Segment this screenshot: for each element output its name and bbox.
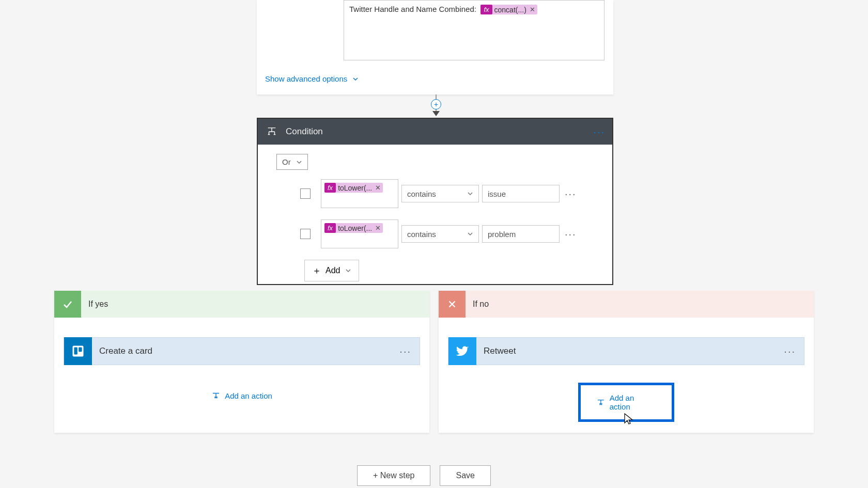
field-label: Twitter Handle and Name Combined:	[349, 5, 476, 13]
compose-card: Twitter Handle and Name Combined: fx con…	[257, 0, 613, 95]
row-checkbox[interactable]	[300, 229, 311, 239]
action-title: Retweet	[484, 346, 784, 356]
condition-title: Condition	[286, 127, 593, 137]
condition-icon	[265, 125, 278, 138]
expression-input[interactable]: fx toLower(... ✕	[321, 179, 398, 208]
expression-input[interactable]: fx toLower(... ✕	[321, 219, 398, 248]
remove-chip-icon[interactable]: ✕	[530, 6, 535, 13]
logic-operator-select[interactable]: Or	[276, 154, 308, 170]
condition-row: fx toLower(... ✕ contains ···	[276, 179, 594, 208]
operator-select[interactable]: contains	[401, 185, 479, 202]
chevron-down-icon	[345, 267, 351, 274]
add-action-icon	[596, 398, 606, 407]
chevron-down-icon	[467, 191, 473, 197]
add-action-link-no[interactable]: Add an action	[578, 383, 674, 422]
operator-select[interactable]: contains	[401, 225, 479, 243]
value-input[interactable]	[482, 185, 560, 202]
close-icon	[439, 291, 466, 318]
trello-icon	[64, 337, 92, 365]
if-no-title: If no	[473, 300, 489, 309]
fx-icon: fx	[324, 223, 336, 233]
svg-rect-2	[79, 347, 82, 352]
action-card-trello[interactable]: Create a card ···	[64, 337, 420, 365]
condition-row: fx toLower(... ✕ contains ···	[276, 219, 594, 248]
add-action-icon	[211, 391, 221, 400]
if-yes-header: If yes	[54, 291, 429, 318]
chevron-down-icon	[467, 231, 473, 237]
text-field[interactable]: Twitter Handle and Name Combined: fx con…	[344, 0, 605, 60]
row-more-icon[interactable]: ···	[565, 188, 577, 200]
fx-icon: fx	[324, 183, 336, 193]
expression-chip-tolower[interactable]: fx toLower(... ✕	[324, 223, 383, 233]
action-card-twitter[interactable]: Retweet ···	[448, 337, 804, 365]
condition-header[interactable]: Condition ···	[258, 119, 612, 145]
new-step-button[interactable]: + New step	[357, 465, 430, 486]
if-yes-branch: If yes Create a card ··· Add an action	[54, 291, 429, 433]
plus-icon: ＋	[312, 264, 321, 277]
action-more-icon[interactable]: ···	[399, 345, 411, 357]
remove-chip-icon[interactable]: ✕	[375, 224, 381, 232]
more-menu-icon[interactable]: ···	[593, 126, 605, 138]
row-more-icon[interactable]: ···	[565, 228, 577, 240]
value-input[interactable]	[482, 225, 560, 243]
arrow-down-icon	[432, 111, 440, 116]
insert-step-icon[interactable]: +	[431, 99, 441, 109]
remove-chip-icon[interactable]: ✕	[375, 184, 381, 192]
chevron-down-icon	[352, 76, 359, 82]
twitter-icon	[448, 337, 476, 365]
add-condition-button[interactable]: ＋ Add	[304, 260, 359, 281]
expression-chip-tolower[interactable]: fx toLower(... ✕	[324, 183, 383, 193]
if-yes-title: If yes	[88, 300, 108, 309]
expression-chip-concat[interactable]: fx concat(...) ✕	[481, 5, 537, 14]
footer-buttons: + New step Save	[357, 465, 491, 486]
condition-card: Condition ··· Or fx toLower(... ✕	[257, 118, 613, 285]
action-title: Create a card	[99, 346, 399, 356]
check-icon	[54, 291, 81, 318]
row-checkbox[interactable]	[300, 188, 311, 199]
show-advanced-link[interactable]: Show advanced options	[265, 74, 359, 83]
chevron-down-icon	[296, 159, 302, 165]
svg-rect-1	[74, 347, 77, 354]
save-button[interactable]: Save	[440, 465, 490, 486]
if-no-header: If no	[439, 291, 814, 318]
action-more-icon[interactable]: ···	[784, 345, 796, 357]
if-no-branch: If no Retweet ··· Add an action	[439, 291, 814, 433]
fx-icon: fx	[481, 5, 492, 14]
add-action-link-yes[interactable]: Add an action	[54, 391, 429, 400]
